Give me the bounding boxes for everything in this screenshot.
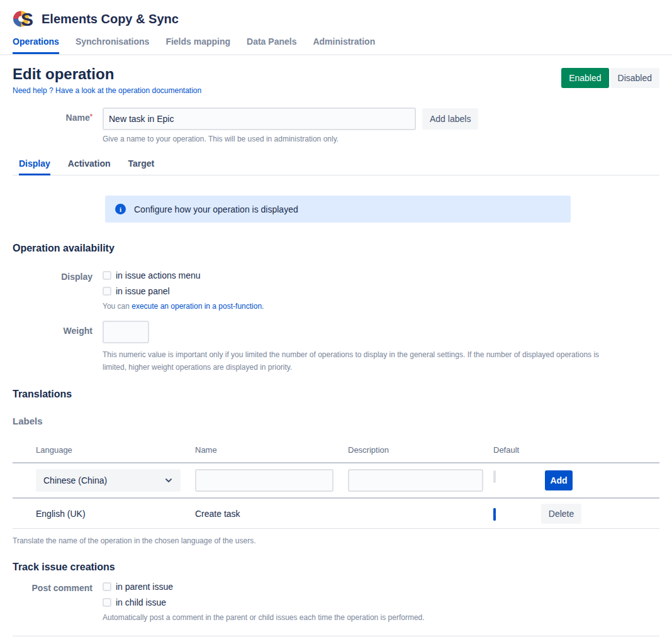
- tab-target[interactable]: Target: [128, 158, 155, 175]
- translation-language: English (UK): [36, 509, 195, 519]
- language-select[interactable]: Chinese (China): [36, 469, 181, 492]
- weight-label: Weight: [13, 321, 92, 336]
- section-translations: Translations: [13, 389, 659, 400]
- nav-synchronisations[interactable]: Synchronisations: [76, 36, 149, 54]
- enabled-button[interactable]: Enabled: [561, 68, 608, 88]
- translation-description-input[interactable]: [348, 469, 483, 492]
- checkbox-in-parent-issue[interactable]: [103, 582, 111, 591]
- labels-table: Language Name Description Default Chines…: [13, 439, 659, 529]
- checkbox-in-issue-actions-menu[interactable]: [103, 271, 111, 280]
- name-label: Name*: [13, 108, 92, 123]
- translation-name: Create task: [195, 509, 348, 519]
- default-checkbox-english-uk[interactable]: [493, 508, 496, 521]
- info-banner: i Configure how your operation is displa…: [105, 196, 571, 223]
- chevron-down-icon: [164, 476, 173, 485]
- default-checkbox-new[interactable]: [493, 470, 496, 483]
- add-labels-button[interactable]: Add labels: [422, 108, 478, 130]
- checkbox-in-issue-panel[interactable]: [103, 287, 111, 296]
- column-default: Default: [493, 439, 541, 462]
- post-comment-helper-text: Automatically post a comment in the pare…: [103, 613, 425, 622]
- checkbox-label: in parent issue: [116, 582, 173, 592]
- checkbox-row-issue-panel: in issue panel: [103, 286, 264, 296]
- post-function-link[interactable]: execute an operation in a post-function.: [132, 302, 264, 311]
- page-title: Edit operation: [13, 65, 201, 83]
- nav-fields-mapping[interactable]: Fields mapping: [165, 36, 230, 54]
- tab-display[interactable]: Display: [19, 158, 50, 175]
- checkbox-label: in issue actions menu: [116, 270, 201, 280]
- weight-input[interactable]: [103, 321, 149, 343]
- translation-name-input[interactable]: [195, 469, 333, 492]
- checkbox-row-parent-issue: in parent issue: [103, 582, 425, 592]
- status-toggle: Enabled Disabled: [561, 68, 659, 88]
- add-translation-row: Chinese (China) Add: [13, 463, 659, 499]
- disabled-button[interactable]: Disabled: [610, 68, 659, 88]
- info-icon: i: [115, 204, 126, 214]
- delete-translation-button[interactable]: Delete: [541, 504, 581, 524]
- header-spacer: [13, 444, 36, 458]
- weight-helper-text: This numeric value is important only if …: [103, 348, 613, 374]
- post-function-helper: You can execute an operation in a post-f…: [103, 302, 264, 311]
- app-logo-icon: S: [13, 8, 34, 30]
- top-nav: Operations Synchronisations Fields mappi…: [13, 36, 659, 54]
- header-spacer: [541, 444, 659, 458]
- app-title: Elements Copy & Sync: [42, 12, 179, 26]
- post-comment-label: Post comment: [13, 582, 92, 593]
- help-documentation-link[interactable]: Need help ? Have a look at the operation…: [13, 86, 201, 95]
- tab-activation[interactable]: Activation: [68, 158, 111, 175]
- checkbox-label: in issue panel: [116, 286, 170, 296]
- name-input[interactable]: [103, 108, 416, 130]
- column-name: Name: [195, 439, 348, 462]
- translation-row-english-uk: English (UK) Create task Delete: [13, 499, 659, 529]
- labels-table-header: Language Name Description Default: [13, 439, 659, 463]
- required-asterisk: *: [90, 113, 92, 120]
- checkbox-label: in child issue: [116, 597, 166, 607]
- nav-data-panels[interactable]: Data Panels: [247, 36, 296, 54]
- nav-administration[interactable]: Administration: [313, 36, 375, 54]
- operation-tabs: Display Activation Target: [13, 158, 659, 175]
- translations-helper-text: Translate the name of the operation in t…: [13, 536, 659, 545]
- column-language: Language: [36, 439, 195, 462]
- name-helper-text: Give a name to your operation. This will…: [103, 135, 659, 143]
- labels-subheading: Labels: [13, 416, 659, 426]
- checkbox-row-issue-actions-menu: in issue actions menu: [103, 270, 264, 280]
- display-label: Display: [13, 270, 92, 282]
- main-content: Edit operation Need help ? Have a look a…: [0, 65, 672, 637]
- info-banner-text: Configure how your operation is displaye…: [134, 204, 298, 214]
- checkbox-in-child-issue[interactable]: [103, 598, 111, 607]
- language-select-value: Chinese (China): [43, 475, 107, 485]
- svg-text:S: S: [21, 9, 33, 30]
- nav-operations[interactable]: Operations: [13, 36, 59, 54]
- add-translation-button[interactable]: Add: [545, 470, 573, 490]
- column-description: Description: [348, 439, 493, 462]
- section-track-issue-creations: Track issue creations: [13, 562, 659, 573]
- checkbox-row-child-issue: in child issue: [103, 597, 425, 607]
- app-header: S Elements Copy & Sync Operations Synchr…: [0, 0, 672, 55]
- section-operation-availability: Operation availability: [13, 243, 659, 254]
